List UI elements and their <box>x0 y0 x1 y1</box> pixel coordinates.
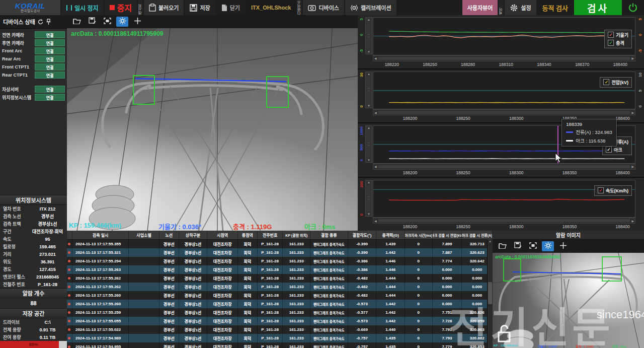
legend-entry[interactable]: ✓아크 <box>606 147 628 153</box>
scroll-left-icon[interactable]: ◀ <box>374 165 377 168</box>
save-image-button[interactable] <box>512 241 524 251</box>
legend-checkbox[interactable]: ✓ <box>608 40 614 46</box>
chart-plot[interactable]: ✓전류(A)✓아크188339전류(A) : 324.983아크 : 116.6… <box>373 125 635 164</box>
legend-entry[interactable]: ✓전압(kV) <box>603 79 628 86</box>
table-header-cell[interactable]: 노선 <box>159 231 179 239</box>
hscroll-handle[interactable] <box>378 219 630 222</box>
table-header-cell[interactable]: 시점역 <box>207 231 238 239</box>
table-header-cell[interactable]: 전주번호 <box>258 231 283 239</box>
scroll-up-icon[interactable]: ▲ <box>367 126 370 129</box>
pause-button[interactable]: 일시 정지 <box>61 0 104 15</box>
brightness-button[interactable] <box>116 17 128 27</box>
legend-checkbox[interactable]: ✓ <box>608 32 614 38</box>
open-image-button[interactable] <box>71 17 83 27</box>
fullscreen-button[interactable] <box>101 17 113 27</box>
table-header-cell[interactable]: 아크 검출 시 전압(kV) <box>433 231 462 239</box>
chart-horizontal-scrollbar[interactable]: ◀▶ <box>373 109 635 115</box>
device-button[interactable]: 디바이스 <box>303 0 344 15</box>
save-button[interactable]: 저장 <box>185 0 215 15</box>
recipe-name-button[interactable]: ITX_OHLShock <box>246 0 296 15</box>
scroll-left-icon[interactable]: ◀ <box>374 219 377 223</box>
main-camera-image[interactable]: arcData : 0.000118614911795909 KP : 159.… <box>67 28 358 231</box>
table-row[interactable]: 2024-11-13 17:17:55.055경부선경부상1선대전조차장회덕P_… <box>67 317 493 325</box>
table-header-cell[interactable]: 상하구분 <box>179 231 208 239</box>
table-row[interactable]: 2024-11-13 17:17:55.355경부선경부상1선대전조차장회덕P_… <box>67 240 493 248</box>
legend-checkbox[interactable]: ✓ <box>606 147 612 153</box>
chart-vertical-scrollbar[interactable]: ▲——▼ <box>365 72 372 109</box>
scroll-grip[interactable]: —— <box>368 33 370 38</box>
device-connect-button[interactable]: 연결 <box>35 39 65 46</box>
scroll-down-icon[interactable]: ▼ <box>367 159 370 162</box>
chart-vertical-scrollbar[interactable]: ▲——▼ <box>365 180 372 217</box>
scroll-down-icon[interactable]: ▼ <box>367 50 370 53</box>
user-viewer-button[interactable]: 사용자뷰어 <box>462 0 498 15</box>
scroll-left-icon[interactable]: ◀ <box>374 111 377 114</box>
chart-vertical-scrollbar[interactable]: ▲——▼ <box>365 17 372 54</box>
fullscreen-button[interactable] <box>527 241 539 251</box>
scroll-right-icon[interactable]: ▶ <box>631 219 634 223</box>
table-header-cell[interactable]: 아크지속 시간(ms) <box>405 231 433 239</box>
scroll-right-icon[interactable]: ▶ <box>631 111 634 114</box>
open-image-button[interactable] <box>497 241 509 251</box>
chart-horizontal-scrollbar[interactable]: ◀▶ <box>373 218 635 224</box>
scroll-up-icon[interactable]: ▲ <box>367 18 370 21</box>
table-header-cell[interactable]: 아크 검출 시 전류(A) <box>462 231 493 239</box>
hscroll-handle[interactable] <box>378 165 630 168</box>
legend-entry[interactable]: ✓충격 <box>608 40 628 46</box>
scroll-grip[interactable]: —— <box>368 142 370 147</box>
table-header-cell[interactable]: 결함 종류 <box>310 231 348 239</box>
chart-horizontal-scrollbar[interactable]: ◀▶ <box>373 164 635 170</box>
table-row[interactable]: 2024-11-13 17:17:55.321경부선경부상1선대전조차장회덕P_… <box>67 248 493 257</box>
settings-button[interactable]: 설정 <box>505 0 536 15</box>
scroll-grip[interactable]: —— <box>368 87 370 92</box>
table-header-cell[interactable]: KP (결함 위치) <box>283 231 310 239</box>
scroll-down-icon[interactable]: ▼ <box>367 104 370 107</box>
table-row[interactable]: 2024-11-13 17:17:55.259경부선경부상1선대전조차장회덕P_… <box>67 308 493 317</box>
hscroll-handle[interactable] <box>378 111 630 114</box>
table-header-cell[interactable]: 충격력(G) <box>376 231 405 239</box>
chart-plot[interactable]: ✓전압(kV) <box>373 72 635 110</box>
scroll-up-icon[interactable]: ▲ <box>367 73 370 76</box>
legend-checkbox[interactable]: ✓ <box>598 187 604 193</box>
device-connect-button[interactable]: 연결 <box>35 63 65 71</box>
table-header-cell[interactable]: 결함각도(°) <box>348 231 377 239</box>
chart-plot[interactable]: ✓속도(Km/h) <box>373 180 635 218</box>
device-connect-button[interactable]: 연결 <box>35 72 65 79</box>
refresh-icon[interactable] <box>37 19 44 25</box>
table-row[interactable]: 2024-11-13 17:17:54.989경부선경부상1선대전조차장회덕P_… <box>67 334 493 342</box>
crosshair-button[interactable] <box>131 17 143 27</box>
inspect-button[interactable]: 검사 <box>574 0 622 15</box>
hscroll-handle[interactable] <box>378 57 630 60</box>
alarm-camera-image[interactable]: arcData : 0.000118392634684562 KP : 159.… <box>493 253 644 348</box>
device-connect-button[interactable]: 연결 <box>35 86 65 93</box>
table-row[interactable]: 2024-11-13 17:17:55.260경부선경부상1선대전조차장회덕P_… <box>67 291 493 300</box>
chart-horizontal-scrollbar[interactable]: ◀▶ <box>373 55 635 61</box>
table-scroll-handle[interactable] <box>488 282 492 304</box>
device-connect-button[interactable]: 연결 <box>35 31 65 38</box>
close-button[interactable]: 닫기 <box>216 0 245 15</box>
table-row[interactable]: 2024-11-13 17:17:55.260경부선경부상1선대전조차장회덕P_… <box>67 300 493 308</box>
table-row[interactable]: 2024-11-13 17:17:55.022경부선경부상1선대전조차장회덕P_… <box>67 325 493 334</box>
scroll-up-icon[interactable]: ▲ <box>367 181 370 184</box>
table-row[interactable]: 2024-11-13 17:17:55.294경부선경부상1선대전조차장회덕P_… <box>67 257 493 265</box>
table-scrollbar[interactable]: ▲ <box>487 239 493 348</box>
load-button[interactable]: 불러오기 <box>144 0 184 15</box>
scroll-grip[interactable]: —— <box>368 195 370 200</box>
legend-checkbox[interactable]: ✓ <box>603 79 609 85</box>
device-connect-button[interactable]: 연결 <box>35 55 65 62</box>
table-header-cell[interactable]: 종점역 <box>238 231 258 239</box>
table-row[interactable]: 2024-11-13 17:17:55.262경부선경부상1선대전조차장회덕P_… <box>67 283 493 291</box>
scroll-right-icon[interactable]: ▶ <box>631 56 634 60</box>
device-connect-button[interactable]: 연결 <box>35 47 65 54</box>
legend-entry[interactable]: ✓기울기 <box>608 32 628 38</box>
scroll-right-icon[interactable]: ▶ <box>631 165 634 168</box>
scroll-left-icon[interactable]: ◀ <box>374 56 377 60</box>
table-row[interactable]: 2024-11-13 17:17:55.263경부선경부상1선대전조차장회덕P_… <box>67 265 493 274</box>
crosshair-button[interactable] <box>557 241 569 251</box>
table-row[interactable]: 2024-11-13 17:17:55.262경부선경부상1선대전조차장회덕P_… <box>67 274 493 283</box>
table-header-cell[interactable]: 사업소별 <box>129 231 159 239</box>
power-button[interactable] <box>623 0 643 15</box>
calibration-button[interactable]: 캘리브레이션 <box>345 0 396 15</box>
stop-button[interactable]: 중지 <box>105 0 137 15</box>
table-row[interactable]: 2024-11-13 17:17:54.955경부선경부상1선대전조차장회덕P_… <box>67 342 493 348</box>
